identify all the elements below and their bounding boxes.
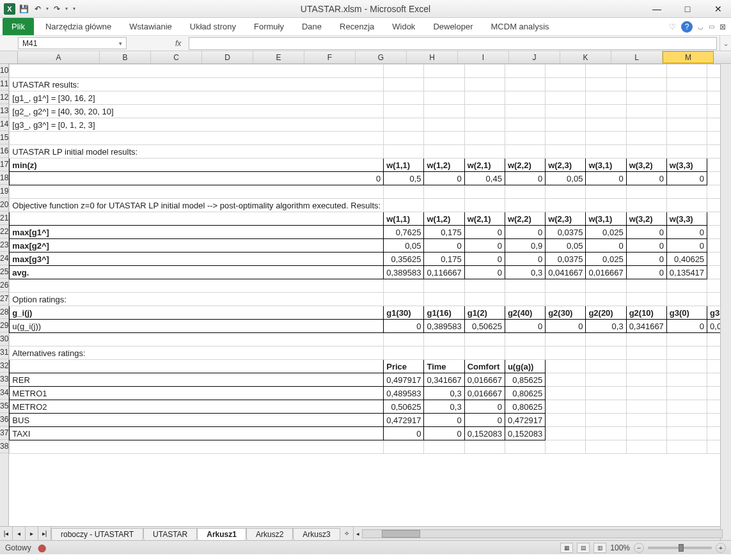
- cell-G15[interactable]: [586, 132, 626, 145]
- col-header-H[interactable]: H: [407, 51, 458, 63]
- row-header-36[interactable]: 36: [0, 413, 8, 426]
- cell-C38[interactable]: [424, 440, 464, 454]
- cell-B20[interactable]: [384, 199, 424, 212]
- cell-G33[interactable]: [586, 373, 626, 387]
- cell-D38[interactable]: [464, 440, 505, 454]
- cell-A12[interactable]: [g1_, g1^] = [30, 16, 2]: [10, 91, 384, 105]
- cell-B16[interactable]: [384, 145, 424, 159]
- col-header-J[interactable]: J: [509, 51, 560, 63]
- cell-E16[interactable]: [505, 145, 545, 159]
- row-header-15[interactable]: 15: [0, 131, 8, 144]
- cell-F21[interactable]: w(2,3): [546, 212, 586, 226]
- cell-D10[interactable]: [464, 65, 505, 78]
- minimize-button[interactable]: —: [649, 3, 664, 15]
- cell-I29[interactable]: 0: [666, 320, 707, 333]
- ribbon-tab-układ-strony[interactable]: Układ strony: [181, 18, 245, 35]
- cell-C36[interactable]: 0: [424, 414, 464, 427]
- macro-record-icon[interactable]: ⬤: [38, 543, 46, 552]
- col-header-K[interactable]: K: [560, 51, 611, 63]
- cell-D17[interactable]: w(2,1): [464, 159, 505, 172]
- cell-I11[interactable]: [666, 78, 707, 91]
- row-header-30[interactable]: 30: [0, 332, 8, 346]
- cell-D19[interactable]: [464, 185, 505, 199]
- cell-F34[interactable]: [546, 387, 586, 400]
- ribbon-tab-narzędzia-główne[interactable]: Narzędzia główne: [36, 18, 120, 35]
- cell-B21[interactable]: w(1,1): [384, 212, 424, 226]
- cell-H30[interactable]: [626, 333, 666, 346]
- cell-C31[interactable]: [424, 346, 464, 360]
- cell-F20[interactable]: [546, 199, 586, 212]
- cell-B29[interactable]: 0: [384, 320, 424, 333]
- cell-H37[interactable]: [626, 427, 666, 440]
- cell-G12[interactable]: [586, 91, 626, 105]
- cell-A31[interactable]: Alternatives ratings:: [10, 346, 384, 360]
- cell-C15[interactable]: [424, 132, 464, 145]
- cell-H20[interactable]: [626, 199, 666, 212]
- cell-E37[interactable]: 0,152083: [505, 427, 545, 440]
- cell-F31[interactable]: [546, 346, 586, 360]
- cell-F33[interactable]: [546, 373, 586, 387]
- cell-A36[interactable]: BUS: [10, 414, 384, 427]
- cell-C26[interactable]: [424, 279, 464, 293]
- formula-input[interactable]: [189, 37, 717, 50]
- cell-E24[interactable]: 0: [505, 253, 545, 266]
- cell-G34[interactable]: [586, 387, 626, 400]
- cell-C19[interactable]: [424, 185, 464, 199]
- cell-E10[interactable]: [505, 65, 545, 78]
- undo-icon[interactable]: ↶: [32, 3, 43, 15]
- col-header-E[interactable]: E: [253, 51, 304, 63]
- cell-E28[interactable]: g2(40): [505, 306, 545, 320]
- cell-C16[interactable]: [424, 145, 464, 159]
- row-header-33[interactable]: 33: [0, 373, 8, 386]
- cell-I22[interactable]: 0: [666, 226, 707, 239]
- row-header-37[interactable]: 37: [0, 426, 8, 440]
- cell-G29[interactable]: 0,3: [586, 320, 626, 333]
- cell-H31[interactable]: [626, 346, 666, 360]
- cell-C10[interactable]: [424, 65, 464, 78]
- cell-I16[interactable]: [666, 145, 707, 159]
- cell-G28[interactable]: g2(20): [586, 306, 626, 320]
- cell-C12[interactable]: [424, 91, 464, 105]
- cell-A13[interactable]: [g2_, g2^] = [40, 30, 20, 10]: [10, 105, 384, 118]
- row-header-26[interactable]: 26: [0, 279, 8, 292]
- cell-H15[interactable]: [626, 132, 666, 145]
- col-header-F[interactable]: F: [304, 51, 356, 63]
- cell-I25[interactable]: 0,135417: [666, 266, 707, 279]
- cell-A34[interactable]: METRO1: [10, 387, 384, 400]
- cell-B35[interactable]: 0,50625: [384, 400, 424, 414]
- zoom-level[interactable]: 100%: [610, 543, 630, 552]
- cell-H23[interactable]: 0: [626, 239, 666, 253]
- zoom-in-button[interactable]: +: [716, 543, 726, 553]
- cell-F18[interactable]: 0,05: [546, 172, 586, 185]
- sheet-tab-roboczy---utastart[interactable]: roboczy - UTASTART: [51, 528, 143, 540]
- cell-F12[interactable]: [546, 91, 586, 105]
- close-button[interactable]: ✕: [711, 3, 726, 15]
- cell-F10[interactable]: [546, 65, 586, 78]
- cell-G13[interactable]: [586, 105, 626, 118]
- row-header-38[interactable]: 38: [0, 440, 8, 453]
- cell-G24[interactable]: 0,025: [586, 253, 626, 266]
- col-header-I[interactable]: I: [458, 51, 509, 63]
- cell-H19[interactable]: [626, 185, 666, 199]
- cell-F27[interactable]: [546, 293, 586, 306]
- cell-B34[interactable]: 0,489583: [384, 387, 424, 400]
- row-header-14[interactable]: 14: [0, 118, 8, 131]
- cell-C11[interactable]: [424, 78, 464, 91]
- cell-D24[interactable]: 0: [464, 253, 505, 266]
- cell-E30[interactable]: [505, 333, 545, 346]
- cell-F38[interactable]: [546, 440, 586, 454]
- cell-B15[interactable]: [384, 132, 424, 145]
- cell-A33[interactable]: RER: [10, 373, 384, 387]
- cell-H10[interactable]: [626, 65, 666, 78]
- cell-B13[interactable]: [384, 105, 424, 118]
- cell-B22[interactable]: 0,7625: [384, 226, 424, 239]
- sheet-nav-next[interactable]: ▸: [26, 527, 38, 540]
- cell-G31[interactable]: [586, 346, 626, 360]
- cell-B28[interactable]: g1(30): [384, 306, 424, 320]
- cell-C24[interactable]: 0,175: [424, 253, 464, 266]
- ribbon-minimize-icon[interactable]: ◡: [698, 23, 703, 30]
- zoom-slider[interactable]: [648, 547, 712, 549]
- cell-E23[interactable]: 0,9: [505, 239, 545, 253]
- cell-H13[interactable]: [626, 105, 666, 118]
- cell-F36[interactable]: [546, 414, 586, 427]
